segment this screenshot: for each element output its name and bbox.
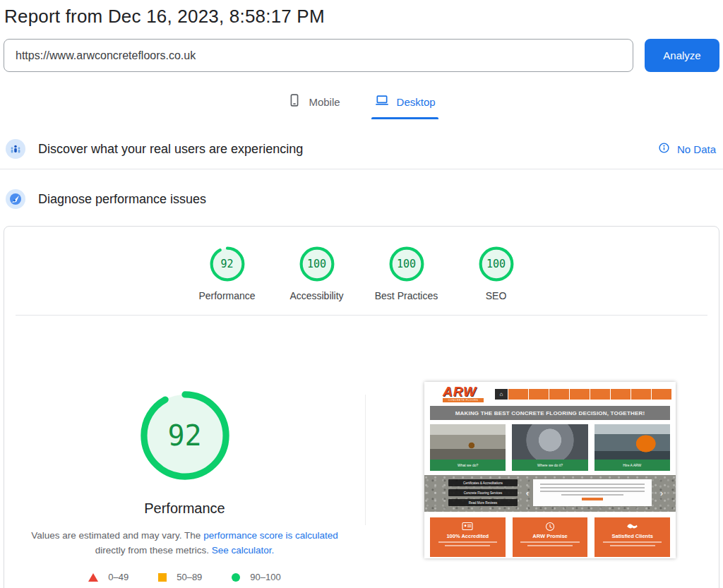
testimonial-card (533, 479, 652, 506)
score-label: Best Practices (375, 290, 438, 301)
real-users-icon (6, 139, 25, 159)
score-accessibility[interactable]: 100 Accessibility (272, 246, 362, 301)
fail-triangle-icon (88, 573, 98, 582)
feature-clients: Satisfied Clients (594, 517, 670, 557)
tab-desktop[interactable]: Desktop (371, 92, 438, 119)
tab-mobile-label: Mobile (309, 96, 340, 108)
mobile-phone-icon (287, 93, 301, 110)
photo-caption: Where we do it? (512, 460, 587, 471)
nav-item (529, 389, 549, 400)
nav-item (508, 389, 528, 400)
performance-gauge: 92 (138, 389, 232, 482)
tab-active-underline (371, 117, 438, 119)
nav-item (549, 389, 569, 400)
site-logo: ARW CONCRETE FLOORS (443, 385, 484, 402)
carousel-left-arrow: ‹ (526, 475, 529, 512)
legend-range: 90–100 (250, 572, 280, 582)
performance-summary: 92 Performance Values are estimated and … (4, 316, 365, 582)
id-card-icon (430, 521, 506, 532)
score-legend: 0–49 50–89 90–100 (80, 572, 289, 582)
feature-title: Satisfied Clients (594, 533, 670, 539)
disclaimer-text: Values are estimated and may vary. The p… (23, 528, 347, 558)
legend-fail: 0–49 (88, 572, 129, 582)
see-calculator-link[interactable]: See calculator. (212, 545, 275, 556)
photo-warehouse (430, 424, 506, 460)
site-concrete-section: Certificates & Accreditations Concrete F… (424, 475, 676, 512)
disclaimer-middle: directly from these metrics. (95, 545, 209, 556)
nav-item (631, 389, 651, 400)
site-logo-text: ARW (443, 385, 484, 398)
field-data-section-header: Discover what your real users are experi… (0, 132, 723, 169)
score-seo[interactable]: 100 SEO (451, 246, 541, 301)
performance-score-link[interactable]: performance score is calculated (203, 530, 338, 541)
performance-score-value: 92 (138, 389, 232, 482)
tab-mobile[interactable]: Mobile (285, 92, 342, 119)
score-label: Performance (198, 290, 255, 301)
photo-caption: Hire A ARW (594, 460, 670, 471)
photo-caption: What we do? (430, 460, 506, 471)
testimonial-link (582, 498, 603, 500)
home-icon: ⌂ (495, 389, 508, 400)
url-input[interactable] (4, 39, 633, 72)
no-data-status: No Data (677, 143, 716, 155)
tab-desktop-label: Desktop (397, 96, 436, 108)
carousel-right-arrow: › (660, 475, 663, 512)
photo-mixer (512, 424, 587, 460)
concrete-buttons: Certificates & Accreditations Concrete F… (448, 475, 518, 512)
photo-worker (594, 424, 670, 460)
site-banner: MAKING THE BEST CONCRETE FLOORING DECISI… (430, 406, 670, 420)
concrete-button: Read More Reviews (448, 499, 518, 506)
handshake-icon (594, 521, 670, 532)
feature-title: ARW Promise (513, 533, 588, 539)
clock-icon (513, 521, 588, 532)
site-photo-cards: What we do? Where we do it? Hire A ARW (430, 424, 670, 471)
score-value: 100 (388, 246, 425, 282)
nav-item (652, 389, 671, 400)
score-performance[interactable]: 92 Performance (182, 246, 272, 301)
site-feature-cards: 100% Accredited ARW Promise (430, 517, 670, 557)
page-title: Report from Dec 16, 2023, 8:58:17 PM (0, 0, 723, 28)
legend-pass: 90–100 (232, 572, 280, 582)
score-best-practices[interactable]: 100 Best Practices (362, 246, 451, 301)
performance-gauge-label: Performance (144, 500, 225, 517)
score-value: 92 (209, 246, 246, 282)
score-value: 100 (478, 246, 515, 282)
nav-item (590, 389, 610, 400)
disclaimer-prefix: Values are estimated and may vary. The (31, 530, 201, 541)
site-screenshot-thumbnail: ARW CONCRETE FLOORS ⌂ (424, 382, 676, 558)
legend-average: 50–89 (158, 572, 202, 582)
url-bar: Analyze (4, 39, 719, 72)
photo-card: What we do? (430, 424, 506, 471)
pass-circle-icon (232, 573, 240, 582)
lab-data-title: Diagnose performance issues (38, 192, 206, 207)
photo-card: Hire A ARW (594, 424, 670, 471)
score-label: SEO (486, 290, 507, 301)
legend-range: 0–49 (108, 572, 129, 582)
lab-data-section-header: Diagnose performance issues (0, 182, 723, 219)
score-value: 100 (299, 246, 335, 282)
average-square-icon (158, 573, 167, 582)
info-icon[interactable] (658, 142, 670, 157)
concrete-button: Concrete Flooring Services (448, 489, 518, 496)
nav-item (611, 389, 631, 400)
diagnose-speedometer-icon (6, 189, 25, 209)
device-tabs: Mobile Desktop (0, 92, 723, 119)
legend-range: 50–89 (177, 572, 202, 582)
concrete-button: Certificates & Accreditations (448, 479, 518, 486)
site-logo-subtext: CONCRETE FLOORS (443, 398, 484, 402)
report-card: 92 Performance 100 Accessibility 100 (4, 226, 719, 588)
field-data-title: Discover what your real users are experi… (38, 142, 303, 157)
analyze-button[interactable]: Analyze (645, 39, 719, 72)
tab-underline (285, 117, 342, 119)
photo-card: Where we do it? (512, 424, 587, 471)
feature-title: 100% Accredited (430, 533, 506, 539)
category-scores-row: 92 Performance 100 Accessibility 100 (4, 246, 719, 301)
score-label: Accessibility (289, 290, 343, 301)
feature-accredited: 100% Accredited (430, 517, 506, 557)
site-header: ARW CONCRETE FLOORS ⌂ (424, 382, 676, 406)
nav-item (570, 389, 590, 400)
feature-promise: ARW Promise (513, 517, 588, 557)
desktop-laptop-icon (374, 93, 390, 110)
site-nav: ⌂ (495, 389, 671, 400)
